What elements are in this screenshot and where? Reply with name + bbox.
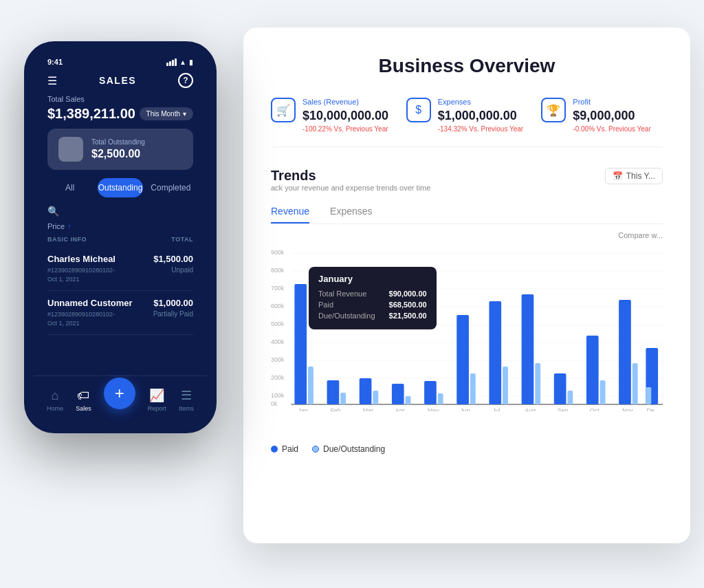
- nav-home[interactable]: ⌂ Home: [47, 389, 63, 412]
- sort-row: Price ↑: [34, 222, 207, 236]
- svg-text:De: De: [646, 407, 654, 411]
- metric-profit: 🏆 Profit $9,000,000 -0.00% Vs. Previous …: [541, 98, 663, 133]
- search-bar[interactable]: 🔍: [47, 206, 193, 217]
- hamburger-icon[interactable]: ☰: [47, 74, 57, 87]
- svg-rect-39: [600, 380, 606, 404]
- svg-rect-38: [586, 336, 599, 404]
- svg-text:Sep: Sep: [558, 407, 569, 411]
- compare-label: Compare w...: [271, 231, 663, 239]
- filter-tabs: All Outstanding Completed: [34, 178, 207, 197]
- bottom-nav: ⌂ Home 🏷 Sales + 📈 Report ☰ Items: [34, 375, 207, 424]
- metric-expenses: $ Expenses $1,000,000.00 -134.32% Vs. Pr…: [406, 98, 528, 133]
- svg-rect-41: [632, 363, 638, 404]
- phone-mockup: 9:41 ▲ ▮ ☰ SALES ?: [24, 41, 217, 433]
- nav-sales-label: Sales: [76, 405, 91, 412]
- invoice-status-2: Partially Paid: [153, 310, 193, 318]
- sort-arrow-icon[interactable]: ↑: [67, 222, 72, 230]
- tooltip-revenue-label: Total Revenue: [318, 290, 366, 298]
- svg-text:Feb: Feb: [330, 407, 340, 411]
- tab-revenue[interactable]: Revenue: [271, 206, 309, 224]
- phone-screen: 9:41 ▲ ▮ ☰ SALES ?: [34, 51, 207, 424]
- trends-section: Trends ack your revenue and expense tren…: [271, 168, 663, 454]
- tooltip-month: January: [318, 274, 427, 284]
- svg-text:800k: 800k: [271, 267, 285, 274]
- wifi-icon: ▲: [179, 58, 186, 66]
- nav-sales[interactable]: 🏷 Sales: [76, 389, 91, 412]
- svg-text:0k: 0k: [271, 400, 278, 407]
- svg-rect-23: [340, 393, 346, 404]
- svg-rect-28: [424, 381, 437, 404]
- invoice-item-1[interactable]: Charles Micheal #12390289091028010​2-Oct…: [47, 247, 193, 291]
- svg-text:600k: 600k: [271, 303, 285, 309]
- profit-icon: 🏆: [541, 98, 566, 122]
- svg-text:700k: 700k: [271, 285, 285, 292]
- svg-rect-43: [646, 387, 651, 404]
- status-icons: ▲ ▮: [166, 58, 193, 66]
- svg-text:Nov: Nov: [622, 407, 633, 411]
- tooltip-outstanding-value: $21,500.00: [389, 312, 427, 320]
- svg-rect-29: [438, 393, 443, 404]
- sales-icon: 🛒: [271, 98, 296, 122]
- svg-text:Mar: Mar: [363, 407, 373, 411]
- svg-rect-31: [470, 373, 476, 404]
- svg-rect-22: [327, 380, 340, 404]
- svg-rect-35: [535, 363, 540, 404]
- fab-button[interactable]: +: [104, 378, 135, 409]
- svg-rect-27: [406, 396, 411, 404]
- outstanding-thumbnail: [58, 137, 83, 162]
- report-icon: 📈: [149, 388, 164, 403]
- filter-outstanding[interactable]: Outstanding: [98, 178, 142, 197]
- col-total: TOTAL: [171, 236, 193, 243]
- tooltip-outstanding-label: Due/Outstanding: [318, 312, 375, 320]
- svg-rect-24: [360, 378, 372, 404]
- nav-home-label: Home: [47, 405, 63, 412]
- profit-change: -0.00% Vs. Previous Year: [573, 125, 650, 133]
- month-selector[interactable]: This Month ▾: [140, 107, 193, 120]
- profit-label: Profit: [573, 98, 650, 106]
- svg-rect-34: [522, 294, 534, 404]
- tooltip-revenue-value: $90,000.00: [389, 290, 427, 298]
- invoice-meta-1: #12390289091028010​2-Oct 1, 2021: [47, 266, 116, 283]
- invoice-right-1: $1,500.00 Unpaid: [153, 254, 193, 274]
- filter-completed[interactable]: Completed: [148, 178, 193, 197]
- help-icon[interactable]: ?: [178, 73, 193, 88]
- paid-legend-label: Paid: [282, 444, 298, 454]
- invoice-item-2[interactable]: Unnamed Customer #12390289091028010​2-Oc…: [47, 291, 193, 335]
- metric-sales: 🛒 Sales (Revenue) $10,000,000.00 -100.22…: [271, 98, 393, 133]
- outstanding-card: Total Outstanding $2,500.00: [47, 129, 193, 170]
- svg-text:May: May: [428, 407, 439, 411]
- status-time: 9:41: [47, 58, 63, 66]
- date-filter[interactable]: 📅 This Y...: [605, 168, 663, 184]
- sales-nav-icon: 🏷: [77, 389, 89, 403]
- signal-bar-3: [172, 60, 174, 66]
- expenses-change: -134.32% Vs. Previous Year: [438, 125, 524, 133]
- signal-bar-1: [166, 63, 168, 66]
- chart-legend: Paid Due/Outstanding: [271, 444, 663, 454]
- metrics-row: 🛒 Sales (Revenue) $10,000,000.00 -100.22…: [271, 98, 663, 147]
- invoice-right-2: $1,000.00 Partially Paid: [153, 298, 193, 318]
- tooltip-paid-label: Paid: [318, 301, 333, 309]
- expenses-value: $1,000,000.00: [438, 109, 524, 123]
- sort-label: Price: [47, 222, 65, 230]
- filter-all[interactable]: All: [47, 178, 92, 197]
- header-title: SALES: [99, 75, 136, 86]
- expenses-icon: $: [406, 98, 431, 122]
- phone-header: ☰ SALES ?: [34, 69, 207, 95]
- trends-tabs: Revenue Expenses: [271, 206, 663, 224]
- tooltip-paid-value: $68,500.00: [389, 301, 427, 309]
- sales-change: -100.22% Vs. Previous Year: [302, 125, 388, 133]
- total-sales-label: Total Sales: [47, 95, 193, 103]
- tab-expenses[interactable]: Expenses: [330, 206, 372, 224]
- invoice-name-2: Unnamed Customer: [47, 298, 133, 308]
- table-header: BASIC INFO TOTAL: [34, 236, 207, 247]
- invoice-amount-1: $1,500.00: [153, 254, 193, 264]
- nav-items[interactable]: ☰ Items: [179, 388, 194, 412]
- invoice-meta-2: #12390289091028010​2-Oct 1, 2021: [47, 310, 133, 327]
- dashboard-title: Business Overview: [271, 55, 663, 77]
- sales-label: Sales (Revenue): [302, 98, 388, 106]
- battery-icon: ▮: [189, 58, 193, 66]
- nav-report[interactable]: 📈 Report: [148, 388, 166, 412]
- phone-outer: 9:41 ▲ ▮ ☰ SALES ?: [24, 41, 217, 433]
- svg-rect-30: [456, 315, 469, 404]
- items-icon: ☰: [181, 388, 192, 403]
